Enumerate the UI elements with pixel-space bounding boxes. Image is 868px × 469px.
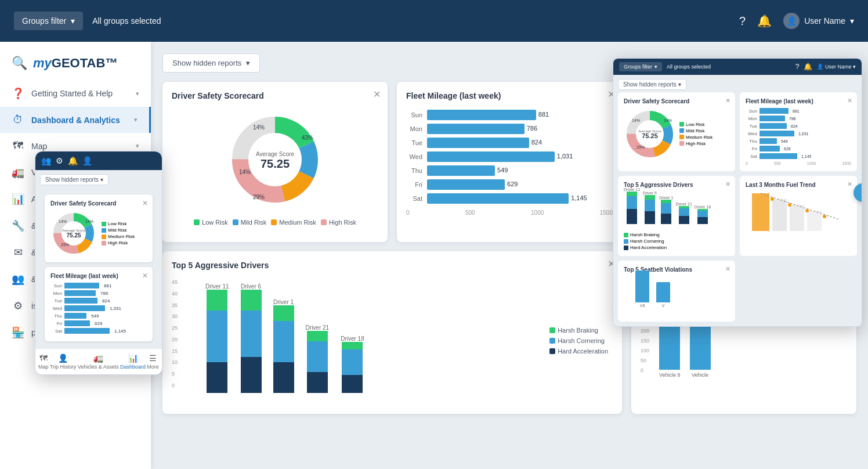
ss2-driver-label: Driver 21 xyxy=(675,202,692,206)
mini-close-button[interactable]: ✕ xyxy=(142,199,148,207)
sidebar-item-label: Map xyxy=(31,142,129,151)
ss2-driver-label: Driver 18 xyxy=(695,205,711,209)
y-label: 15 xyxy=(172,348,183,354)
ss2-seatbelt-bars: V8 V xyxy=(624,275,729,316)
dashboard-icon: ⏱ xyxy=(12,114,24,126)
help-icon[interactable]: ? xyxy=(739,15,746,28)
bar-container: 824 xyxy=(427,138,613,148)
stacked-legend: Harsh Braking Harsh Cornering Hard Accel… xyxy=(549,277,613,405)
svg-point-40 xyxy=(788,203,791,207)
all-groups-text: All groups selected xyxy=(92,16,730,26)
close-button[interactable]: ✕ xyxy=(373,89,381,100)
ss2-driver-label: Driver 6 xyxy=(642,191,657,195)
harsh-braking-dot xyxy=(549,327,555,333)
mobile-nav-dashboard[interactable]: 📊 Dashboard xyxy=(120,353,146,370)
harsh-corner-segment xyxy=(273,321,294,362)
legend-harsh-cornering: Harsh Cornering xyxy=(549,337,608,344)
ss2-bell-icon[interactable]: 🔔 xyxy=(804,63,812,71)
ss2-close-btn[interactable]: ✕ xyxy=(725,181,730,188)
ss2-close-btn[interactable]: ✕ xyxy=(847,181,852,188)
donut-chart-container: Average Score 75.25 43% 14% 14% 29% Low … xyxy=(172,107,378,226)
harsh-brake-segment xyxy=(342,342,363,349)
bar-fill xyxy=(427,193,569,204)
marketplace-icon: 🏪 xyxy=(12,326,24,339)
driver-safety-card: Driver Safety Scorecard ✕ xyxy=(162,82,388,242)
ss2-chevron: ▾ xyxy=(654,64,657,70)
ss2-filter-label: Groups filter xyxy=(624,64,652,70)
ss2-card-title: Driver Safety Scorecard xyxy=(624,98,729,104)
sidebar-item-getting-started[interactable]: ❓ Getting Started & Help ▾ xyxy=(0,80,151,107)
driver-label: Driver 11 xyxy=(205,283,229,290)
vehicles-icon: 🚛 xyxy=(93,353,103,363)
sidebar-item-label: Getting Started & Help xyxy=(31,89,129,98)
y-label: 0 xyxy=(172,383,183,388)
bar-label: Thu xyxy=(406,167,422,174)
bar-row-tue: Tue 824 xyxy=(406,138,613,148)
mini-close-button[interactable]: ✕ xyxy=(142,272,148,280)
mobile-nav-map[interactable]: 🗺 Map xyxy=(38,353,49,370)
mini-card-title: Driver Safety Scorecard xyxy=(50,200,147,207)
help-circle-icon: ❓ xyxy=(12,87,24,100)
ss2-user[interactable]: 👤 User Name ▾ xyxy=(817,64,856,70)
sidebar-item-dashboard[interactable]: ⏱ Dashboard & Analytics ▾ xyxy=(0,107,151,133)
bar-fill xyxy=(427,124,525,134)
user-menu[interactable]: 👤 User Name ▾ xyxy=(783,13,854,29)
ss2-bar-11: Driver 11 xyxy=(624,186,640,224)
harsh-corner-segment xyxy=(307,341,328,372)
mobile-nav-trip-history[interactable]: 👤 Trip History xyxy=(50,353,77,370)
ss2-groups-filter[interactable]: Groups filter▾ xyxy=(619,62,662,71)
ss2-topnav: Groups filter▾ All groups selected ? 🔔 👤… xyxy=(613,59,862,75)
dropdown-arrow-icon: ▾ xyxy=(246,59,250,67)
harsh-corner-segment xyxy=(241,311,262,357)
mild-risk-label: Mild Risk xyxy=(241,219,267,226)
svg-text:14%: 14% xyxy=(632,118,640,122)
bar-container: 629 xyxy=(427,179,613,190)
axis-label: 1500 xyxy=(600,210,613,216)
top-navigation: Groups filter ▾ All groups selected ? 🔔 … xyxy=(0,0,868,42)
chart-area: Driver 11 Driver 6 xyxy=(188,277,545,405)
driver-label: Driver 21 xyxy=(306,324,330,331)
groups-filter-button[interactable]: Groups filter ▾ xyxy=(14,12,83,30)
ss2-close-btn[interactable]: ✕ xyxy=(847,97,852,104)
bar-row-thu: Thu 549 xyxy=(406,165,613,176)
fleet-mileage-chart: Sun 881 Mon 786 Tue xyxy=(406,107,613,218)
nav-icons: ? 🔔 👤 User Name ▾ xyxy=(739,13,854,29)
bar-container: 1,145 xyxy=(427,193,613,204)
ss2-close-btn[interactable]: ✕ xyxy=(725,97,730,104)
map-icon: 🗺 xyxy=(12,140,24,152)
card-title: Top 5 Aggressive Drivers xyxy=(172,261,613,270)
y-label: 10 xyxy=(172,359,183,365)
harsh-corner-segment xyxy=(342,349,363,375)
bar-label: Tue xyxy=(406,139,422,146)
screenshot-overlay-2: Groups filter▾ All groups selected ? 🔔 👤… xyxy=(613,58,862,327)
pct-label-pink: 29% xyxy=(253,194,265,200)
donut-chart: Average Score 75.25 43% 14% 14% 29% xyxy=(223,107,327,212)
show-hidden-reports-button[interactable]: Show hidden reports ▾ xyxy=(162,53,260,73)
hard-accel-segment xyxy=(342,375,363,393)
mini-donut-area: Average Score 75.25 14% 14% 29% Low Risk… xyxy=(50,210,147,257)
mini-legend: Low Risk Mild Risk Medium Risk High Risk xyxy=(102,221,135,246)
ss2-close-btn[interactable]: ✕ xyxy=(725,265,730,273)
mobile-nav-label: Dashboard xyxy=(120,364,146,370)
mobile-nav-more[interactable]: ☰ More xyxy=(147,353,159,370)
ss2-show-hidden[interactable]: Show hidden reports ▾ xyxy=(618,79,686,90)
screenshot-overlay-1: 👥 ⚙ 🔔 👤 Show hidden reports ▾ Driver Saf… xyxy=(35,151,162,375)
legend-harsh-braking: Harsh Braking xyxy=(549,327,608,334)
bar-row-wed: Wed 1,031 xyxy=(406,151,613,162)
y-label: 50 xyxy=(641,358,654,363)
hard-accel-segment xyxy=(207,362,227,393)
low-risk-dot xyxy=(194,219,200,225)
mobile-nav-vehicles[interactable]: 🚛 Vehicles & Assets xyxy=(78,353,119,370)
mini-driver-safety-card: Driver Safety Scorecard ✕ Average Score … xyxy=(45,194,153,262)
sidebar-item-label: Dashboard & Analytics xyxy=(31,116,127,125)
legend-medium-risk: Medium Risk xyxy=(271,219,316,226)
notification-icon[interactable]: 🔔 xyxy=(757,14,772,28)
ss2-vehicle-bar: V8 xyxy=(635,270,649,308)
mobile-bottom-nav: 🗺 Map 👤 Trip History 🚛 Vehicles & Assets… xyxy=(35,348,162,374)
groups-icon: 👥 xyxy=(12,273,24,286)
ss2-vehicle-bar: V xyxy=(656,282,670,308)
ss2-help-icon[interactable]: ? xyxy=(795,63,800,71)
ss2-driver-label: Driver 11 xyxy=(624,187,640,192)
svg-text:14%: 14% xyxy=(664,118,672,122)
y-label: 35 xyxy=(172,302,183,308)
